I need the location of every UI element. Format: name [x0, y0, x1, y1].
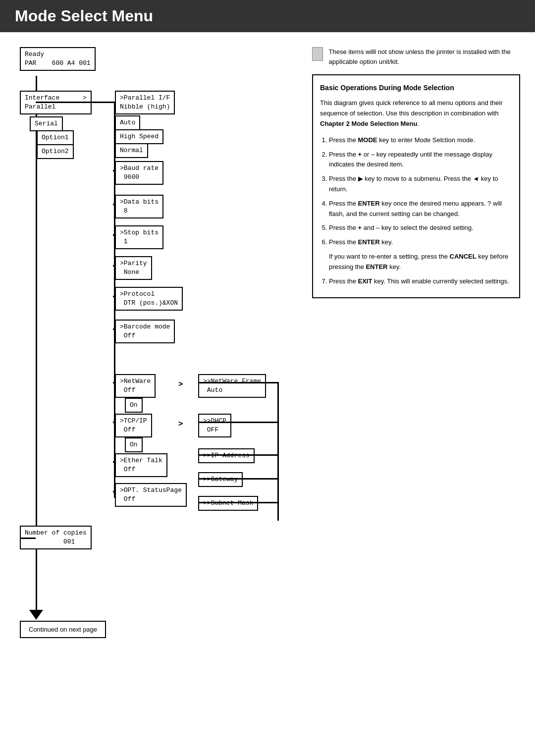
- netware-frame-box: >>NetWare Frame Auto: [198, 374, 266, 398]
- diagram-area: Ready PAR 600 A4 001 Interface > Paralle…: [15, 47, 292, 691]
- legend-icon: [312, 47, 323, 61]
- stop-bits-box: >Stop bits 1: [115, 225, 163, 249]
- tick-stop: [113, 234, 116, 236]
- tick-ether: [113, 461, 116, 463]
- page-title: Mode Select Menu: [15, 7, 153, 25]
- netware-on-box: On: [125, 398, 143, 413]
- step-2: Press the + or – key repeatedly until th…: [329, 150, 512, 170]
- tick-data: [113, 204, 116, 205]
- barcode-box: >Barcode mode Off: [115, 320, 175, 343]
- step-4: Press the ENTER key once the desired men…: [329, 199, 512, 219]
- option1-box: Option1: [37, 130, 74, 145]
- step-5: Press the + and – key to select the desi…: [329, 223, 512, 233]
- option2-box: Option2: [37, 144, 74, 159]
- ether-talk-box: >Ether Talk Off: [115, 453, 167, 477]
- h-ip: [198, 454, 277, 456]
- netware-arrow: >: [178, 379, 183, 388]
- info-area: These items willl not show unless the pr…: [307, 47, 520, 691]
- ready-box: Ready PAR 600 A4 001: [20, 47, 96, 71]
- high-speed-box: High Speed: [115, 129, 163, 144]
- auto-box: Auto: [115, 115, 140, 130]
- parity-box: >Parity None: [115, 256, 152, 280]
- basic-ops-intro: This diagram gives quick reference to al…: [320, 98, 512, 129]
- arrow-down: [29, 610, 43, 620]
- protocol-box: >Protocol DTR (pos.)&XON: [115, 287, 183, 311]
- normal-box: Normal: [115, 143, 148, 158]
- parallel-if-box: >Parallel I/F Nibble (high): [115, 91, 175, 114]
- h-dhcp: [198, 422, 277, 423]
- dhcp-box: >>DHCP OFF: [198, 414, 231, 437]
- tick-barcode: [113, 328, 116, 330]
- tcp-on-box: On: [125, 437, 143, 452]
- tick-proto: [113, 296, 116, 297]
- h-subnet: [198, 502, 277, 503]
- step-1: Press the MODE key to enter Mode Selctio…: [329, 135, 512, 146]
- tick-tcp: [113, 422, 116, 423]
- basic-ops-title: Basic Operations During Mode Selection: [320, 82, 512, 93]
- step-6-extra: If you want to re-enter a setting, press…: [329, 252, 512, 272]
- step-3: Press the ▶ key to move to a submenu. Pr…: [329, 174, 512, 195]
- basic-ops-box: Basic Operations During Mode Selection T…: [312, 74, 520, 298]
- h-gateway: [198, 478, 277, 480]
- data-bits-box: >Data bits 8: [115, 195, 163, 218]
- serial-box: Serial: [30, 116, 63, 131]
- h-copies: [20, 538, 36, 539]
- tick-baud: [113, 170, 116, 171]
- legend-text: These items willl not show unless the pr…: [329, 47, 520, 66]
- h-iface: [36, 102, 114, 103]
- title-bar: Mode Select Menu: [0, 0, 535, 32]
- basic-ops-steps: Press the MODE key to enter Mode Selctio…: [320, 135, 512, 287]
- tick-otp: [113, 491, 116, 492]
- tcp-ip-box: >TCP/IP Off: [115, 414, 152, 437]
- netware-box: >NetWare Off: [115, 374, 156, 398]
- right-col-vline: [277, 382, 279, 521]
- step-6: Press the ENTER key. If you want to re-e…: [329, 237, 512, 272]
- step-7: Press the EXIT key. This will enable cur…: [329, 276, 512, 287]
- legend-row: These items willl not show unless the pr…: [312, 47, 520, 66]
- otp-status-box: >OPT. StatusPage Off: [115, 483, 187, 507]
- ip-address-box: >>IP Address: [198, 448, 255, 463]
- tick-parity: [113, 265, 116, 267]
- subnet-mask-box: >>Subnet Mask: [198, 496, 258, 511]
- gateway-box: >>Gateway: [198, 472, 243, 487]
- tick-netware: [113, 382, 116, 383]
- baud-rate-box: >Baud rate 9600: [115, 161, 163, 185]
- tcp-arrow: >: [178, 419, 183, 428]
- continued-box: Continued on next page: [20, 621, 106, 638]
- h-netware-frame: [198, 382, 277, 383]
